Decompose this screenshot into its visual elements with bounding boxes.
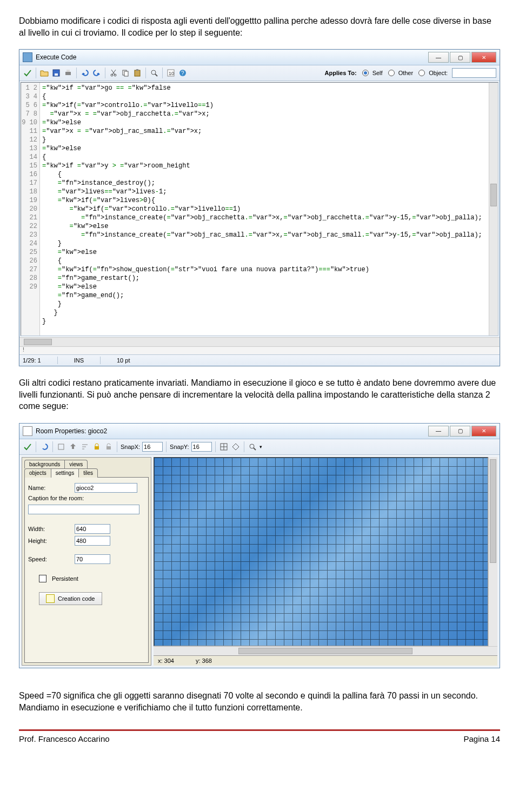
tab-backgrounds[interactable]: backgrounds — [24, 460, 65, 468]
cut-icon[interactable] — [109, 68, 118, 78]
scroll-thumb[interactable] — [238, 648, 412, 654]
room-canvas-scroll — [154, 457, 497, 646]
open-file-icon[interactable] — [39, 68, 49, 78]
snapx-label: SnapX: — [121, 444, 140, 450]
scroll-thumb[interactable] — [24, 339, 52, 345]
tab-row-bottom: objects settings tiles — [24, 468, 149, 478]
toolbar-separator — [52, 441, 53, 452]
scroll-thumb[interactable] — [490, 459, 496, 563]
room-body: backgrounds views objects settings tiles… — [19, 455, 500, 668]
persistent-checkbox[interactable] — [39, 575, 46, 582]
vertical-scrollbar[interactable] — [488, 457, 497, 646]
toolbar-separator — [76, 68, 77, 78]
svg-rect-10 — [135, 70, 140, 76]
creation-code-label: Creation code — [58, 595, 95, 602]
close-button[interactable]: ✕ — [471, 52, 496, 63]
applies-object-field[interactable] — [452, 68, 496, 78]
zoom-dropdown-icon[interactable]: ▾ — [260, 444, 262, 449]
height-input[interactable] — [75, 536, 110, 546]
doc-paragraph-1: Dobbiamo modificare i codici di risposta… — [19, 15, 500, 38]
footer-page: Pagina 14 — [463, 734, 500, 743]
svg-text:?: ? — [181, 70, 184, 76]
zoom-icon[interactable] — [248, 442, 257, 452]
lock-icon[interactable] — [92, 442, 102, 452]
window-titlebar: Execute Code — ▢ ✕ — [19, 50, 500, 65]
grid-icon[interactable] — [219, 442, 229, 452]
status-y: y: 368 — [196, 657, 212, 664]
applies-self-radio[interactable] — [362, 70, 369, 76]
svg-rect-23 — [107, 446, 111, 449]
toolbar-separator — [215, 441, 216, 452]
tab-views[interactable]: views — [65, 460, 88, 468]
print-icon[interactable] — [63, 68, 73, 78]
iso-grid-icon[interactable] — [231, 442, 241, 452]
name-field: Name: — [28, 483, 145, 493]
creation-code-button[interactable]: Creation code — [39, 592, 102, 605]
check-syntax-icon[interactable]: 10 — [166, 68, 176, 78]
applies-object-radio[interactable] — [418, 70, 425, 76]
maximize-button[interactable]: ▢ — [450, 52, 470, 63]
error-bar: ! — [19, 346, 500, 354]
applies-self-label: Self — [372, 70, 383, 76]
confirm-icon[interactable] — [23, 68, 32, 78]
confirm-icon[interactable] — [23, 442, 32, 452]
room-canvas[interactable] — [154, 457, 488, 646]
sort-icon[interactable] — [80, 442, 90, 452]
find-icon[interactable] — [149, 68, 159, 78]
paste-icon[interactable] — [132, 68, 142, 78]
applies-object-label: Object: — [429, 70, 448, 76]
svg-line-13 — [155, 74, 157, 76]
tab-settings[interactable]: settings — [51, 468, 79, 478]
width-input[interactable] — [75, 524, 110, 534]
toolbar-separator — [244, 441, 244, 452]
footer-author: Prof. Francesco Accarino — [19, 734, 110, 743]
minimize-button[interactable]: — — [428, 52, 449, 63]
height-label: Height: — [28, 538, 71, 544]
vertical-scrollbar[interactable] — [489, 83, 498, 335]
speed-input[interactable] — [75, 554, 110, 564]
persistent-label: Persistent — [52, 575, 78, 582]
toolbar-separator — [36, 441, 36, 452]
window-app-icon — [23, 52, 32, 62]
svg-text:10: 10 — [169, 71, 174, 76]
minimize-button[interactable]: — — [428, 426, 449, 437]
toolbar-separator — [36, 68, 36, 78]
snapy-label: SnapY: — [170, 444, 189, 450]
room-statusbar: x: 304 y: 368 — [154, 655, 497, 666]
scroll-thumb[interactable] — [490, 184, 497, 206]
room-toolbar: SnapX: SnapY: ▾ — [19, 439, 500, 455]
tab-objects[interactable]: objects — [24, 468, 51, 478]
status-position: 1/29: 1 — [23, 357, 41, 364]
shift-icon[interactable] — [68, 442, 78, 452]
horizontal-scrollbar[interactable] — [154, 646, 497, 655]
editor-statusbar: 1/29: 1 INS 10 pt — [19, 354, 500, 366]
svg-rect-22 — [95, 446, 99, 449]
svg-rect-2 — [65, 72, 71, 75]
snapx-input[interactable] — [142, 442, 163, 452]
persistent-field: Persistent — [39, 575, 145, 582]
toolbar-separator — [166, 441, 167, 452]
copy-icon[interactable] — [121, 68, 130, 78]
applies-other-radio[interactable] — [388, 70, 395, 76]
maximize-button[interactable]: ▢ — [450, 426, 470, 437]
room-canvas-area: x: 304 y: 368 — [154, 457, 497, 666]
horizontal-scrollbar[interactable] — [19, 337, 500, 346]
undo-icon[interactable] — [39, 442, 49, 452]
code-lines[interactable]: ="kw">if ="var">go == ="kw">false { ="kw… — [40, 83, 489, 335]
help-icon[interactable]: ? — [178, 68, 188, 78]
clear-icon[interactable] — [56, 442, 66, 452]
tab-tiles[interactable]: tiles — [79, 468, 98, 478]
window-titlebar: Room Properties: gioco2 — ▢ ✕ — [19, 424, 500, 439]
undo-icon[interactable] — [80, 68, 90, 78]
execute-code-window: Execute Code — ▢ ✕ 10 ? Applies To: Self… — [19, 49, 500, 366]
caption-input[interactable] — [28, 505, 139, 514]
snapy-input[interactable] — [191, 442, 212, 452]
unlock-icon[interactable] — [104, 442, 114, 452]
close-button[interactable]: ✕ — [471, 426, 496, 437]
redo-icon[interactable] — [92, 68, 102, 78]
save-file-icon[interactable] — [51, 68, 61, 78]
name-input[interactable] — [75, 483, 137, 493]
toolbar-separator — [145, 68, 146, 78]
svg-point-28 — [250, 444, 254, 448]
applies-to-label: Applies To: — [325, 70, 357, 76]
